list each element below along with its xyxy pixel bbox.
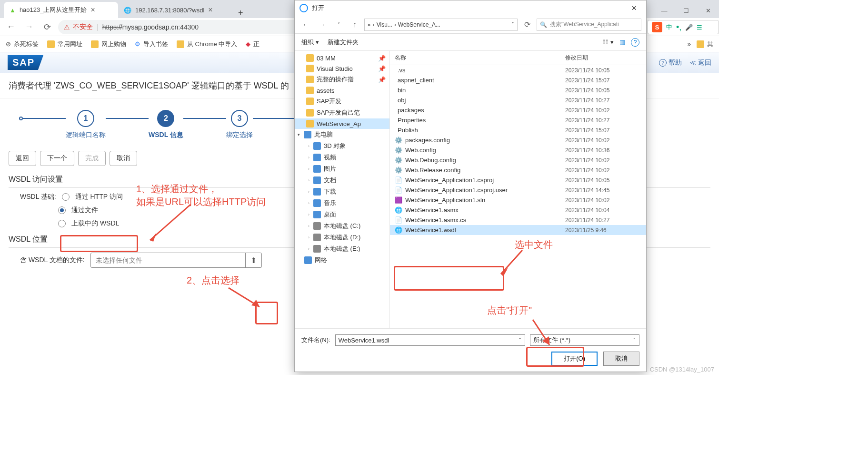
wizard-step-1[interactable]: 1逻辑端口名称 (66, 110, 106, 139)
tree-item[interactable]: 03 MM📌 (295, 53, 389, 63)
file-row[interactable]: Properties2023/11/24 10:27 (390, 115, 646, 125)
tree-item[interactable]: ›图片 (295, 163, 389, 175)
tree-item[interactable]: ›3D 对象 (295, 140, 389, 152)
tree-item[interactable]: ›本地磁盘 (E:) (295, 243, 389, 255)
bookmark-item[interactable]: 常用网址 (47, 40, 82, 49)
bookmark-item[interactable]: 其 (697, 40, 713, 49)
filter-select[interactable]: 所有文件 (*.*)˅ (530, 334, 639, 346)
close-icon[interactable]: × (627, 3, 641, 13)
organize-menu[interactable]: 组织 ▾ (301, 38, 319, 47)
preview-icon[interactable]: ▥ (619, 39, 625, 46)
overflow-icon[interactable]: » (688, 40, 691, 48)
wizard-step-3[interactable]: 3绑定选择 (226, 110, 253, 139)
close-icon[interactable]: × (208, 6, 212, 14)
desk-icon (313, 211, 321, 218)
up-icon[interactable]: ↑ (348, 18, 361, 31)
file-row[interactable]: ⚙️Web.Debug.config2023/11/24 10:02 (390, 155, 646, 165)
file-row[interactable]: 📄WebService_Application1.csproj2023/11/2… (390, 175, 646, 185)
file-row[interactable]: Publish2023/11/24 15:07 (390, 125, 646, 135)
next-button[interactable]: 下一个 (40, 151, 74, 166)
folder-icon (306, 120, 314, 127)
upload-button[interactable]: ⬆ (245, 253, 261, 267)
file-icon: 📄 (395, 216, 402, 224)
file-row[interactable]: .vs2023/11/24 10:05 (390, 65, 646, 75)
ime-lang[interactable]: 中 (666, 23, 672, 31)
file-row[interactable]: 🟪WebService_Application1.sln2023/11/24 1… (390, 195, 646, 205)
cancel-button[interactable]: 取消 (110, 151, 137, 166)
tree-item[interactable]: ›视频 (295, 152, 389, 163)
tree-item[interactable]: SAP开发自己笔 (295, 107, 389, 118)
search-input[interactable]: 🔍 搜索"WebService_Applicati (537, 19, 641, 31)
wizard-step-2[interactable]: 2WSDL 信息 (149, 110, 183, 139)
menu-icon[interactable]: ☰ (697, 24, 702, 31)
radio-http[interactable] (62, 193, 70, 201)
refresh-icon[interactable]: ⟳ (520, 18, 534, 31)
tree-item[interactable]: SAP开发 (295, 96, 389, 107)
tree-item[interactable]: ›文档 (295, 175, 389, 186)
file-row[interactable]: bin2023/11/24 10:05 (390, 85, 646, 95)
file-row[interactable]: 🌐WebService1.wsdl2023/11/25 9:46 (390, 225, 646, 235)
help-icon[interactable]: ? (631, 38, 639, 47)
file-input[interactable] (91, 254, 245, 267)
net-icon (304, 256, 312, 264)
folder-tree[interactable]: 03 MM📌Visual Studio📌完整的操作指📌assetsSAP开发SA… (295, 51, 390, 328)
file-list[interactable]: 名称 修改日期 .vs2023/11/24 10:05aspnet_client… (390, 51, 646, 328)
bookmark-item[interactable]: ⊘杀死标签 (6, 40, 39, 49)
maximize-icon[interactable]: ☐ (675, 3, 697, 18)
tree-item[interactable]: ›音乐 (295, 197, 389, 209)
tree-item[interactable]: 完整的操作指📌 (295, 74, 389, 85)
file-row[interactable]: 📄WebService_Application1.csproj.user2023… (390, 185, 646, 195)
tree-item[interactable]: ▾此电脑 (295, 129, 389, 140)
search-icon: 🔍 (540, 21, 547, 28)
browser-tab-2[interactable]: 🌐 192.168.7.31:8080/?wsdl × (118, 2, 232, 18)
file-row[interactable]: aspnet_client2023/11/24 15:07 (390, 75, 646, 85)
insecure-badge: ⚠ 不安全 (64, 23, 93, 31)
file-icon: 🟪 (395, 196, 402, 204)
reload-icon[interactable]: ⟳ (40, 20, 54, 34)
view-icon[interactable]: ☷ ▾ (603, 39, 614, 46)
bookmark-item[interactable]: 网上购物 (91, 40, 126, 49)
filename-input[interactable]: WebService1.wsdl˅ (335, 334, 525, 346)
tree-item[interactable]: ›本地磁盘 (C:) (295, 220, 389, 232)
minimize-icon[interactable]: — (653, 3, 675, 18)
tree-item[interactable]: WebService_Ap (295, 118, 389, 129)
bookmark-item[interactable]: ⚙导入书签 (135, 40, 168, 49)
cancel-button[interactable]: 取消 (603, 352, 639, 366)
file-row[interactable]: ⚙️Web.Release.config2023/11/24 10:02 (390, 165, 646, 175)
file-name: Web.Debug.config (405, 157, 456, 164)
radio-file[interactable] (58, 206, 66, 214)
file-row[interactable]: 📄WebService1.asmx.cs2023/11/24 10:27 (390, 215, 646, 225)
back-icon[interactable]: ← (299, 18, 313, 31)
new-tab-button[interactable]: + (232, 8, 249, 18)
tree-item[interactable]: assets (295, 85, 389, 96)
help-link[interactable]: ? 帮助 (659, 59, 682, 67)
tree-item[interactable]: 网络 (295, 255, 389, 266)
file-row[interactable]: ⚙️Web.config2023/11/24 10:36 (390, 145, 646, 155)
radio-upload[interactable] (58, 220, 66, 227)
file-name: aspnet_client (398, 77, 434, 84)
file-row[interactable]: obj2023/11/24 10:27 (390, 95, 646, 105)
close-icon[interactable]: × (91, 6, 95, 14)
tree-item[interactable]: Visual Studio📌 (295, 63, 389, 74)
browser-tab-1[interactable]: ▲ hao123_上网从这里开始 × (4, 2, 118, 18)
new-folder-button[interactable]: 新建文件夹 (328, 38, 359, 47)
tree-item[interactable]: ›下载 (295, 186, 389, 197)
tree-item[interactable]: ›本地磁盘 (D:) (295, 232, 389, 243)
bookmark-item[interactable]: 从 Chrome 中导入 (177, 40, 237, 49)
bookmark-item[interactable]: ◆正 (246, 40, 259, 49)
recent-icon[interactable]: ˅ (332, 18, 345, 31)
back-button[interactable]: 返回 (9, 151, 36, 166)
file-row[interactable]: packages2023/11/24 10:02 (390, 105, 646, 115)
back-icon[interactable]: ← (4, 20, 18, 34)
file-row[interactable]: 🌐WebService1.asmx2023/11/24 10:04 (390, 205, 646, 215)
tree-item[interactable]: ›桌面 (295, 209, 389, 220)
ime-punct[interactable]: •, (676, 22, 681, 32)
mic-icon[interactable]: 🎤 (685, 24, 693, 31)
close-icon[interactable]: ✕ (697, 3, 719, 18)
ime-widget[interactable]: S 中 •, 🎤 ☰ (648, 20, 719, 34)
list-header[interactable]: 名称 修改日期 (390, 51, 646, 65)
file-row[interactable]: ⚙️packages.config2023/11/24 10:02 (390, 135, 646, 145)
path-bar[interactable]: «› Visu...› WebService_A... ˅ (364, 19, 518, 31)
open-button[interactable]: 打开(O) (551, 352, 598, 366)
back-link[interactable]: ≪ 返回 (689, 59, 711, 67)
